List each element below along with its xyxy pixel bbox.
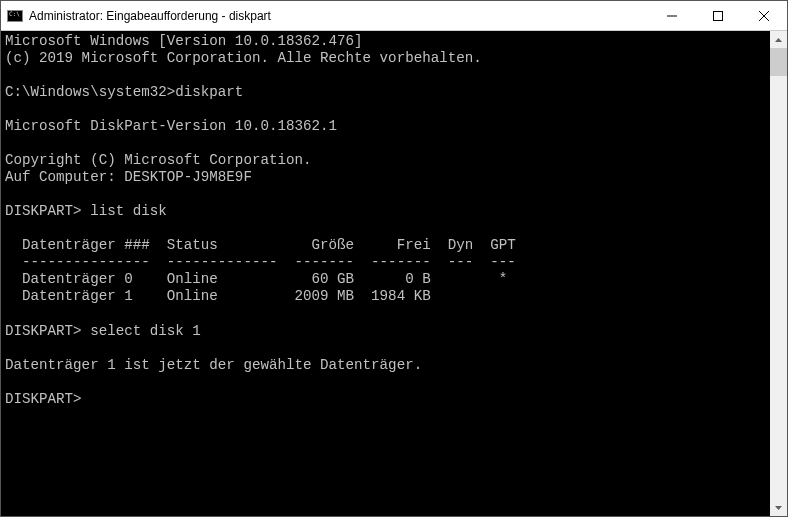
svg-marker-4: [775, 38, 782, 42]
scroll-down-button[interactable]: [770, 499, 787, 516]
cmd-icon: [7, 8, 23, 24]
minimize-button[interactable]: [649, 1, 695, 30]
scrollbar-thumb[interactable]: [770, 48, 787, 76]
svg-rect-1: [714, 11, 723, 20]
close-button[interactable]: [741, 1, 787, 30]
window-controls: [649, 1, 787, 30]
scroll-up-button[interactable]: [770, 31, 787, 48]
terminal-output[interactable]: Microsoft Windows [Version 10.0.18362.47…: [1, 31, 770, 516]
maximize-button[interactable]: [695, 1, 741, 30]
titlebar: Administrator: Eingabeaufforderung - dis…: [1, 1, 787, 31]
vertical-scrollbar[interactable]: [770, 31, 787, 516]
svg-marker-5: [775, 506, 782, 510]
window-title: Administrator: Eingabeaufforderung - dis…: [29, 9, 649, 23]
terminal-container: Microsoft Windows [Version 10.0.18362.47…: [1, 31, 787, 516]
scrollbar-track[interactable]: [770, 48, 787, 499]
